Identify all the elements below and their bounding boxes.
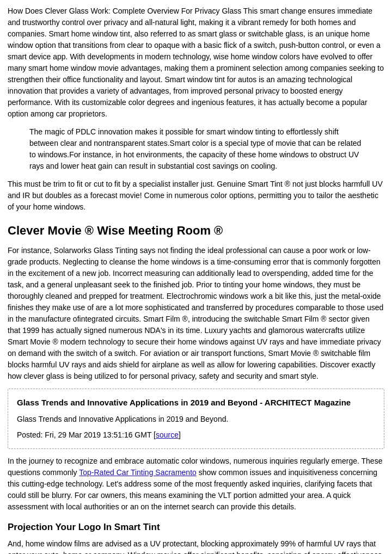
heading-projection: Projection Your Logo In Smart Tint [8, 520, 384, 534]
blockquote-text: The magic of PDLC innovation makes it po… [29, 127, 361, 170]
trim-paragraph: This must be trim to fit or cut to fit b… [8, 178, 384, 213]
card1-title: Glass Trends and Innovative Applications… [17, 397, 375, 409]
blockquote-section: The magic of PDLC innovation makes it po… [29, 126, 363, 172]
card-architect-magazine: Glass Trends and Innovative Applications… [8, 389, 384, 449]
card1-source-link[interactable]: source [156, 430, 179, 439]
heading-clever-movie: Clever Movie ® Wise Meeting Room ® [8, 221, 384, 239]
journey-paragraph: In the journey to recognize and embrace … [8, 455, 384, 513]
card1-posted: Posted: Fri, 29 Mar 2019 13:51:16 GMT [s… [17, 429, 375, 441]
body-paragraph-2: For instance, Solarworks Glass Tinting s… [8, 245, 384, 382]
intro-paragraph: How Does Clever Glass Work: Complete Ove… [8, 5, 384, 120]
card1-description: Glass Trends and Innovative Applications… [17, 414, 375, 425]
car-tinting-link[interactable]: Top-Rated Car Tinting Sacramento [79, 468, 197, 477]
uv-paragraph: And, home window films are advised as a … [8, 538, 384, 554]
